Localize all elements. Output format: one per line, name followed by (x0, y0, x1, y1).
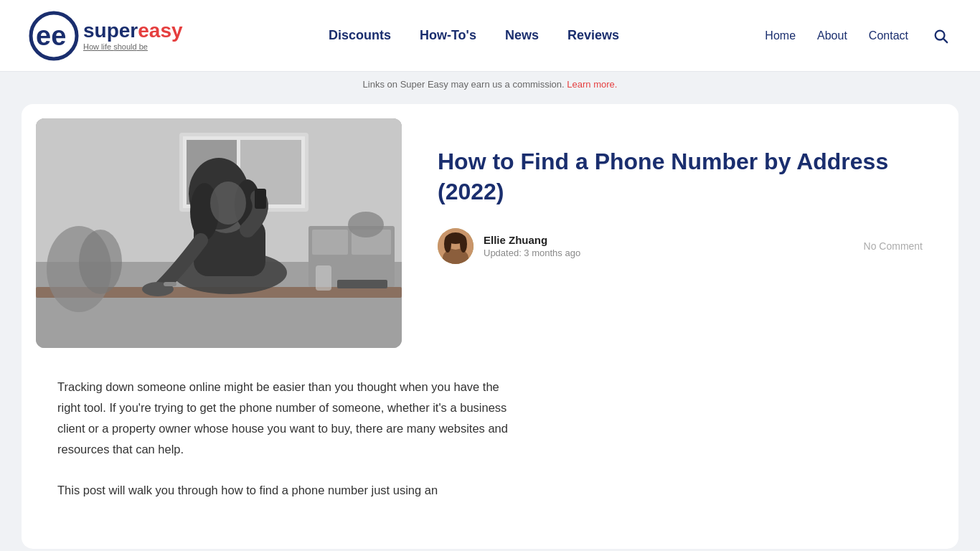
nav-home[interactable]: Home (765, 29, 796, 42)
search-icon (933, 28, 948, 44)
logo-tagline: How life should be (83, 42, 183, 51)
article-card: How to Find a Phone Number by Address (2… (22, 104, 958, 549)
logo-text: super easy How life should be (83, 21, 183, 51)
article-photo-svg (36, 118, 402, 348)
logo-super: super (83, 21, 138, 41)
nav-howtos[interactable]: How-To's (420, 28, 476, 43)
commission-bar: Links on Super Easy may earn us a commis… (0, 72, 980, 97)
logo-icon: ee (29, 11, 79, 61)
nav-news[interactable]: News (505, 28, 539, 43)
svg-line-3 (943, 39, 947, 42)
article-title: How to Find a Phone Number by Address (2… (438, 147, 923, 207)
nav-discounts[interactable]: Discounts (329, 28, 391, 43)
svg-rect-27 (316, 265, 331, 291)
site-header: ee super easy How life should be Discoun… (0, 0, 980, 72)
search-button[interactable] (930, 25, 951, 47)
author-details: Ellie Zhuang Updated: 3 months ago (484, 234, 580, 258)
article-paragraph-2: This post will walk you through how to f… (57, 480, 524, 501)
svg-rect-29 (164, 282, 176, 286)
svg-text:ee: ee (36, 21, 66, 51)
comment-count: No Comment (864, 240, 923, 252)
article-meta: How to Find a Phone Number by Address (2… (402, 104, 958, 264)
svg-point-35 (444, 235, 451, 253)
svg-point-24 (210, 182, 246, 225)
learn-more-link[interactable]: Learn more. (567, 79, 617, 90)
author-updated: Updated: 3 months ago (484, 248, 580, 258)
svg-point-36 (460, 235, 467, 253)
site-logo[interactable]: ee super easy How life should be (29, 11, 183, 61)
article-hero: How to Find a Phone Number by Address (2… (22, 104, 958, 348)
article-body: Tracking down someone online might be ea… (22, 348, 560, 500)
article-paragraph-1: Tracking down someone online might be ea… (57, 377, 524, 460)
logo-easy: easy (138, 21, 182, 41)
main-navigation: Discounts How-To's News Reviews (329, 28, 619, 43)
nav-contact[interactable]: Contact (869, 29, 908, 42)
nav-reviews[interactable]: Reviews (567, 28, 619, 43)
author-row: Ellie Zhuang Updated: 3 months ago No Co… (438, 228, 923, 264)
svg-point-13 (79, 230, 122, 294)
svg-point-17 (348, 212, 384, 237)
nav-about[interactable]: About (817, 29, 847, 42)
author-info: Ellie Zhuang Updated: 3 months ago (438, 228, 580, 264)
avatar-image (438, 228, 473, 264)
svg-rect-15 (312, 230, 348, 255)
avatar (438, 228, 473, 264)
article-image (36, 118, 402, 348)
svg-rect-28 (337, 280, 387, 288)
author-name: Ellie Zhuang (484, 234, 580, 246)
secondary-navigation: Home About Contact (765, 25, 951, 47)
svg-rect-25 (255, 189, 266, 209)
